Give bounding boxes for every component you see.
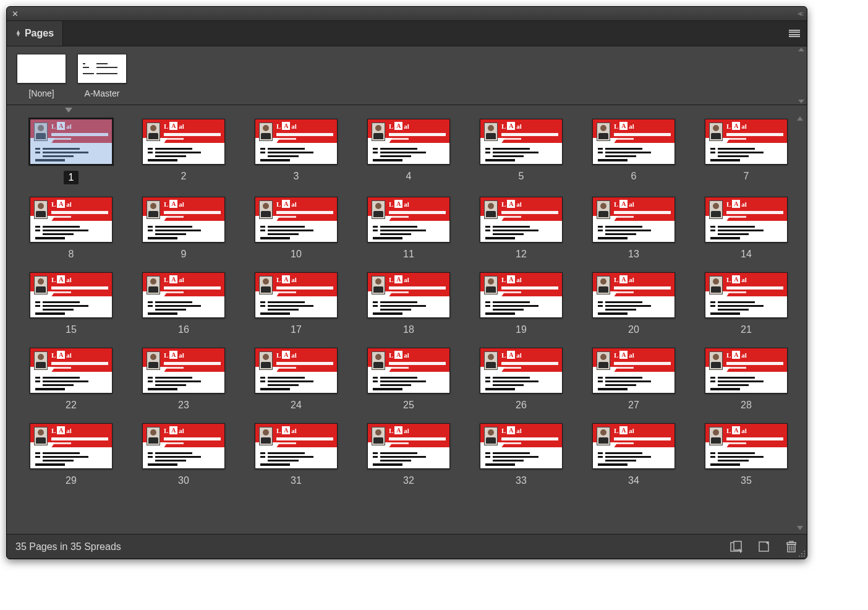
page-item[interactable]: LAal20 [590,272,677,335]
page-item[interactable]: LAal13 [590,197,677,260]
page-item[interactable]: LAal35 [703,423,789,486]
page-item[interactable]: LAal17 [253,272,339,335]
page-number: 17 [291,324,302,335]
page-item[interactable]: LAal26 [478,348,564,411]
page-item[interactable]: LAal22 [28,348,114,411]
page-item[interactable]: LAal6 [590,119,677,184]
page-thumbnail[interactable]: LAal [142,197,225,243]
page-item[interactable]: LAal14 [703,197,789,260]
scroll-down-icon[interactable] [798,100,804,103]
page-thumbnail[interactable]: LAal [705,119,788,165]
page-item[interactable]: LAal1 [28,119,114,184]
close-icon[interactable]: ✕ [12,10,19,18]
page-thumbnail[interactable]: LAal [255,272,338,318]
page-item[interactable]: LAal21 [703,272,789,335]
master-thumbnail[interactable] [17,54,66,84]
card-name-line [164,286,221,290]
page-item[interactable]: LAal32 [365,423,452,486]
page-item[interactable]: LAal2 [140,119,227,184]
masters-scrollbar[interactable] [797,48,806,103]
panel-titlebar[interactable]: ✕ << [7,7,807,20]
scroll-up-icon[interactable] [798,48,804,51]
page-thumbnail[interactable]: LAal [480,119,563,165]
page-thumbnail[interactable]: LAal [480,423,563,469]
trash-icon[interactable] [785,541,798,553]
card-photo [484,122,498,141]
page-thumbnail[interactable]: LAal [592,272,675,318]
page-thumbnail[interactable]: LAal [480,272,563,318]
page-thumbnail[interactable]: LAal [30,119,113,165]
page-item[interactable]: LAal24 [253,348,339,411]
page-item[interactable]: LAal9 [140,197,227,260]
page-thumbnail[interactable]: LAal [480,348,563,393]
page-thumbnail[interactable]: LAal [592,348,675,393]
page-item[interactable]: LAal31 [253,423,339,486]
tab-pages[interactable]: ▲▼ Pages [7,21,63,46]
page-thumbnail[interactable]: LAal [705,348,788,393]
resize-grip-icon[interactable] [798,549,805,557]
page-thumbnail[interactable]: LAal [30,423,113,469]
edit-page-size-icon[interactable] [730,541,744,553]
page-item[interactable]: LAal12 [478,197,564,260]
page-item[interactable]: LAal19 [478,272,564,335]
page-item[interactable]: LAal28 [703,348,789,411]
card-photo [34,122,48,141]
page-item[interactable]: LAal25 [365,348,452,411]
new-page-icon[interactable] [757,541,771,553]
expand-collapse-icon[interactable]: ▲▼ [15,30,21,37]
card-logo: LAal [501,275,522,283]
page-number: 33 [516,475,527,486]
page-item[interactable]: LAal29 [28,423,114,486]
page-item[interactable]: LAal3 [253,119,339,184]
page-thumbnail[interactable]: LAal [705,272,788,318]
page-thumbnail[interactable]: LAal [592,119,675,165]
card-subtitle-line [51,216,71,218]
page-thumbnail[interactable]: LAal [367,423,450,469]
panel-menu-icon[interactable] [782,21,807,46]
page-thumbnail[interactable]: LAal [142,423,225,469]
page-item[interactable]: LAal7 [703,119,789,184]
page-thumbnail[interactable]: LAal [705,423,788,469]
page-item[interactable]: LAal18 [365,272,452,335]
page-item[interactable]: LAal30 [140,423,227,486]
page-thumbnail[interactable]: LAal [255,348,338,393]
page-item[interactable]: LAal33 [478,423,564,486]
page-thumbnail[interactable]: LAal [30,272,113,318]
scroll-up-icon[interactable] [797,116,803,121]
page-item[interactable]: LAal11 [365,197,452,260]
scroll-down-icon[interactable] [797,526,803,530]
tab-label: Pages [25,28,54,39]
page-item[interactable]: LAal27 [590,348,677,411]
page-thumbnail[interactable]: LAal [592,423,675,469]
page-item[interactable]: LAal23 [140,348,227,411]
page-thumbnail[interactable]: LAal [705,197,788,243]
page-thumbnail[interactable]: LAal [142,348,225,393]
collapse-icon[interactable]: << [798,10,802,17]
master-thumbnail[interactable] [77,54,127,84]
page-item[interactable]: LAal8 [28,197,114,260]
page-thumbnail[interactable]: LAal [480,197,563,243]
page-thumbnail[interactable]: LAal [255,423,338,469]
card-photo [597,351,610,370]
page-thumbnail[interactable]: LAal [367,119,450,165]
pages-section: LAal1LAal2LAal3LAal4LAal5LAal6LAal7LAal8… [7,113,807,534]
page-item[interactable]: LAal15 [28,272,114,335]
master-item[interactable]: A-Master [77,54,127,98]
page-item[interactable]: LAal16 [140,272,227,335]
page-thumbnail[interactable]: LAal [142,272,225,318]
page-thumbnail[interactable]: LAal [255,197,338,243]
page-item[interactable]: LAal10 [253,197,339,260]
page-thumbnail[interactable]: LAal [255,119,338,165]
page-item[interactable]: LAal34 [590,423,677,486]
page-thumbnail[interactable]: LAal [142,119,225,165]
master-item[interactable]: [None] [17,54,66,98]
page-item[interactable]: LAal4 [365,119,452,184]
page-thumbnail[interactable]: LAal [367,348,450,393]
page-thumbnail[interactable]: LAal [30,348,113,393]
page-thumbnail[interactable]: LAal [367,272,450,318]
page-thumbnail[interactable]: LAal [367,197,450,243]
page-item[interactable]: LAal5 [478,119,564,184]
page-thumbnail[interactable]: LAal [30,197,113,243]
pages-scrollbar[interactable] [796,116,804,530]
page-thumbnail[interactable]: LAal [592,197,675,243]
